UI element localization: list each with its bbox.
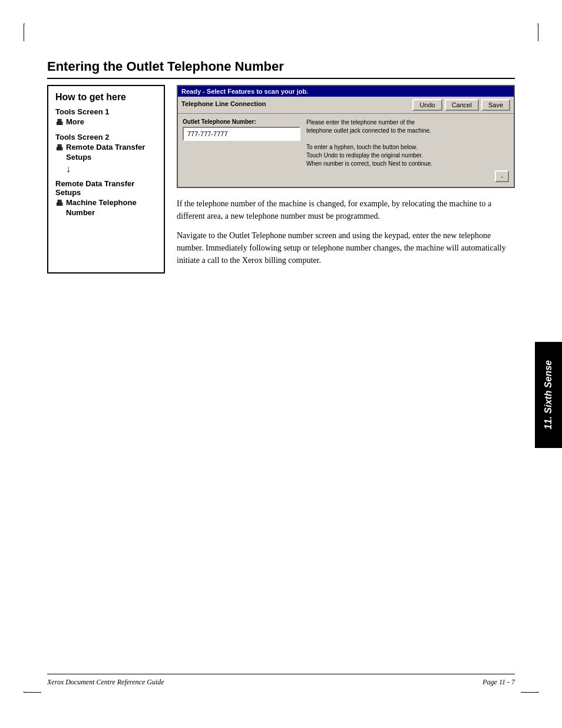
section3-icon: 🖶	[55, 198, 63, 209]
body-paragraph-1: If the telephone number of the machine i…	[177, 197, 515, 222]
section1-item: 🖶 More	[55, 117, 157, 128]
help-text-2: telephone outlet jack connected to the m…	[306, 127, 509, 135]
page-footer: Xerox Document Centre Reference Guide Pa…	[47, 674, 515, 687]
section2-item-text: Remote Data Transfer Setups	[66, 143, 157, 163]
arrow1: ↓	[66, 164, 157, 174]
page-corner-top-right	[537, 24, 538, 41]
ui-main-area: Outlet Telephone Number: 777-777-7777 Pl…	[178, 114, 514, 187]
page-corner-bottom-left	[24, 691, 41, 693]
how-to-box: How to get here Tools Screen 1 🖶 More To…	[47, 85, 165, 274]
hyphen-button[interactable]: -	[495, 170, 509, 182]
content-row: How to get here Tools Screen 1 🖶 More To…	[47, 85, 515, 274]
ui-toolbar-label: Telephone Line Connection	[181, 99, 410, 111]
undo-button[interactable]: Undo	[412, 99, 442, 111]
section3-item-text: Machine Telephone Number	[66, 198, 157, 218]
section1-item-text: More	[66, 117, 84, 127]
help-text-6: When number is correct, touch Next to co…	[306, 160, 509, 168]
section3-item: 🖶 Machine Telephone Number	[55, 198, 157, 218]
footer-right: Page 11 - 7	[482, 678, 515, 687]
ui-left-panel: Outlet Telephone Number: 777-777-7777	[183, 118, 300, 182]
outlet-field-label: Outlet Telephone Number:	[183, 118, 300, 125]
help-text-1: Please enter the telephone number of the	[306, 118, 509, 127]
page-corner-top-left	[24, 24, 25, 41]
right-content: Ready - Select Features to scan your job…	[177, 85, 515, 274]
footer-left: Xerox Document Centre Reference Guide	[47, 678, 164, 687]
body-paragraph-2: Navigate to the Outlet Telephone number …	[177, 229, 515, 266]
section2-label: Tools Screen 2	[55, 133, 157, 141]
section2-item: 🖶 Remote Data Transfer Setups	[55, 143, 157, 163]
page-corner-bottom-right	[521, 691, 538, 693]
section1-icon: 🖶	[55, 117, 63, 128]
section2-icon: 🖶	[55, 143, 63, 153]
how-to-title: How to get here	[55, 92, 157, 103]
page-title: Entering the Outlet Telephone Number	[47, 59, 515, 79]
main-content: Entering the Outlet Telephone Number How…	[47, 59, 515, 274]
ui-right-panel: Please enter the telephone number of the…	[306, 118, 509, 182]
section3-label: Remote Data Transfer Setups	[55, 179, 157, 197]
chapter-tab: 11. Sixth Sense	[535, 342, 562, 448]
chapter-tab-label: 11. Sixth Sense	[543, 360, 554, 429]
save-button[interactable]: Save	[481, 99, 510, 111]
section1-label: Tools Screen 1	[55, 107, 157, 116]
help-text-4: To enter a hyphen, touch the button belo…	[306, 143, 509, 151]
cancel-button[interactable]: Cancel	[445, 99, 479, 111]
outlet-phone-input[interactable]: 777-777-7777	[183, 127, 300, 141]
ui-toolbar: Telephone Line Connection Undo Cancel Sa…	[178, 97, 514, 114]
ui-status-bar: Ready - Select Features to scan your job…	[178, 86, 514, 97]
ui-panel: Ready - Select Features to scan your job…	[177, 85, 515, 188]
help-text-5: Touch Undo to redisplay the original num…	[306, 151, 509, 160]
